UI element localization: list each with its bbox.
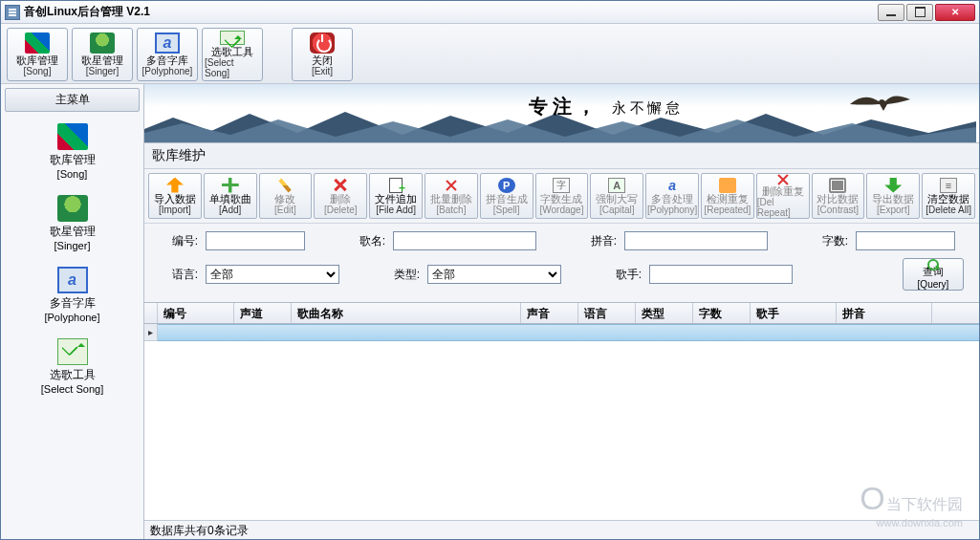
input-pinyin[interactable] [624,231,768,250]
action-add-button[interactable]: 单填歌曲[Add] [204,173,257,219]
grid-body[interactable] [144,324,979,520]
select-type[interactable]: 全部 [427,265,561,284]
action-fileadd-button[interactable]: 文件追加[File Add] [369,173,423,219]
import-icon [166,178,184,193]
column-header[interactable]: 字数 [693,303,751,323]
action-label: 修改 [274,194,295,205]
column-header[interactable]: 类型 [636,303,693,323]
export-icon [884,178,902,193]
toolbar-exit-button[interactable]: 关闭 [Exit] [292,28,353,81]
clear-icon [940,178,957,193]
sidebar-sublabel: [Polyphone] [44,312,99,323]
column-header[interactable]: 编号 [158,303,234,323]
toolbar-song-button[interactable]: 歌库管理 [Song] [7,28,68,81]
toolbar-label: 关闭 [312,54,333,66]
action-label: 对比数据 [817,194,859,205]
action-delrep-button: 删除重复[Del Repeat] [756,173,810,219]
toolbar-label: 歌星管理 [81,54,123,66]
action-clear-button[interactable]: 清空数据[Delete All] [922,173,975,219]
toolbar-sublabel: [Singer] [86,66,119,76]
input-singer[interactable] [649,265,793,284]
del-icon [332,178,349,193]
sidebar-header[interactable]: 主菜单 [5,88,140,112]
maximize-button[interactable] [906,4,933,21]
action-sublabel: [File Add] [376,205,416,215]
column-header[interactable]: 声音 [521,303,578,323]
column-header[interactable]: 语言 [578,303,636,323]
action-sublabel: [Edit] [274,205,296,215]
label-pinyin: 拼音: [578,233,617,249]
label-singer: 歌手: [603,267,642,283]
column-header[interactable]: 拼音 [837,303,932,323]
song-icon [25,32,50,54]
toolbar-sublabel: [Exit] [312,66,333,76]
grid-header: 编号声道歌曲名称声音语言类型字数歌手拼音 [144,303,979,324]
batch-icon [443,178,460,193]
contrast-icon [829,178,846,193]
sidebar-item-song[interactable]: 歌库管理 [Song] [5,118,140,189]
sidebar-label: 歌星管理 [50,224,96,240]
action-label: 多音处理 [651,194,693,205]
minimize-button[interactable] [878,4,904,21]
toolbar-sublabel: [Song] [24,66,52,76]
sidebar-item-polyphone[interactable]: 多音字库 [Polyphone] [5,261,140,333]
column-header[interactable]: 声道 [234,303,292,323]
action-contrast-button: 对比数据[Contrast] [812,173,865,219]
close-button[interactable] [935,4,975,21]
action-spell-button: 拼音生成[Spell] [480,173,534,219]
select-icon [57,338,88,365]
input-id[interactable] [206,231,305,250]
window-title: 音创Linux后台管理 V2.1 [24,4,150,20]
spell-icon [498,178,515,193]
column-header[interactable] [144,303,158,323]
label-lang: 语言: [160,267,198,283]
selected-row[interactable] [158,324,979,341]
poly2-icon [664,178,681,193]
input-name[interactable] [393,231,536,250]
titlebar: 音创Linux后台管理 V2.1 [1,1,979,24]
action-label: 检测重复 [707,194,749,205]
action-label: 清空数据 [927,194,969,205]
action-label: 强制大写 [596,194,638,205]
input-words[interactable] [856,231,955,250]
label-type: 类型: [381,267,420,283]
action-batch-button: 批量删除[Batch] [425,173,478,219]
action-label: 导入数据 [154,194,196,205]
sidebar-item-selectsong[interactable]: 选歌工具 [Select Song] [5,333,140,404]
select-lang[interactable]: 全部 [206,265,339,284]
column-header[interactable]: 歌曲名称 [292,303,521,323]
banner-text-sub: 永 不 懈 怠 [612,99,680,118]
toolbar-singer-button[interactable]: 歌星管理 [Singer] [72,28,133,81]
action-label: 单填歌曲 [209,194,251,205]
action-toolbar: 导入数据[Import]单填歌曲[Add]修改[Edit]删除[Delete]文… [144,169,979,224]
sidebar-item-singer[interactable]: 歌星管理 [Singer] [5,189,140,261]
sidebar-sublabel: [Singer] [54,240,91,251]
window-controls [878,4,975,21]
action-import-button[interactable]: 导入数据[Import] [148,173,202,219]
search-icon [926,259,940,265]
main-toolbar: 歌库管理 [Song] 歌星管理 [Singer] 多音字库 [Polyphon… [1,24,979,84]
fileadd-icon [389,178,403,193]
query-button[interactable]: 查询 [Query] [903,258,964,291]
status-bar: 数据库共有0条记录 [144,520,979,539]
action-sublabel: [Export] [877,205,909,215]
eagle-icon [845,90,912,119]
action-label: 删除 [330,194,351,205]
sidebar: 主菜单 歌库管理 [Song] 歌星管理 [Singer] 多音字库 [Poly… [1,84,144,539]
column-header[interactable]: 歌手 [751,303,837,323]
toolbar-polyphone-button[interactable]: 多音字库 [Polyphone] [137,28,198,81]
repeat-icon [719,178,736,193]
app-icon [5,5,20,20]
banner: 专 注 ， 永 不 懈 怠 [144,84,979,143]
delrep-icon [774,174,792,185]
action-cap-button: 强制大写[Capital] [590,173,643,219]
toolbar-selectsong-button[interactable]: 选歌工具 [Select Song] [202,28,263,81]
singer-icon [90,32,115,54]
label-name: 歌名: [347,233,385,249]
action-label: 字数生成 [540,194,582,205]
action-sublabel: [Import] [159,205,191,215]
action-repeat-button: 检测重复[Repeated] [701,173,754,219]
action-sublabel: [Delete All] [926,205,971,215]
add-icon [222,178,239,193]
song-icon [57,123,88,150]
